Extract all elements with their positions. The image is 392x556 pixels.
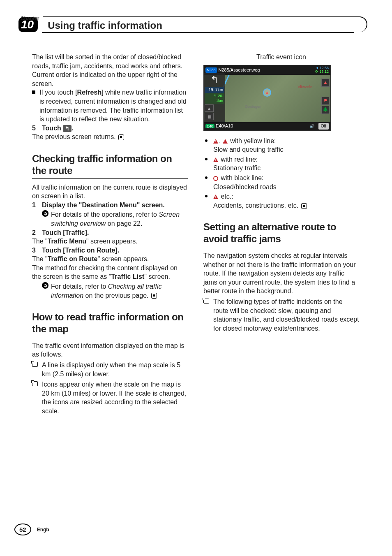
step-2: 2Touch [Traffic]. bbox=[32, 228, 188, 237]
legend-red: with red line: Stationary traffic bbox=[203, 155, 359, 173]
step-3-refer: ➲ For details, refer to Checking all tra… bbox=[42, 282, 188, 300]
chapter-title-wrap: Using traffic information bbox=[43, 16, 367, 32]
step-2-body: The "Traffic Menu" screen appears. bbox=[32, 237, 188, 246]
step-1: 1Display the "Destination Menu" screen. bbox=[32, 201, 188, 210]
bullet-icon bbox=[205, 139, 208, 142]
ss-compass-icon: ▲ bbox=[205, 104, 214, 112]
note-1: A line is displayed only when the map sc… bbox=[32, 361, 188, 378]
legend-yellow: , with yellow line: Slow and queuing tra… bbox=[203, 137, 359, 154]
ss-warning-icon: ▲ bbox=[321, 79, 330, 87]
end-section-icon bbox=[118, 134, 124, 140]
page-header: 10 Using traffic information bbox=[18, 16, 367, 32]
how-to-read-body: The traffic event information displayed … bbox=[32, 341, 188, 359]
back-icon: ↰ bbox=[63, 125, 71, 132]
ss-speaker-icon: 🔊 bbox=[309, 123, 317, 129]
legend-list: , with yellow line: Slow and queuing tra… bbox=[203, 137, 359, 210]
ss-dist-2: ↰ 20. 1km bbox=[205, 93, 224, 104]
ss-time1: ● 12:56 bbox=[316, 66, 329, 70]
note-2: Icons appear only when the scale on the … bbox=[32, 380, 188, 415]
circle-closed-icon bbox=[213, 176, 218, 181]
intro-p2: Current order is indicated on the upper … bbox=[32, 70, 188, 88]
triangle-warning-icon bbox=[213, 158, 218, 162]
right-column: Traffic event icon N285N285/Assesteenweg… bbox=[203, 53, 359, 416]
end-section-icon bbox=[301, 203, 307, 209]
triangle-warning-icon bbox=[213, 139, 218, 144]
triangle-warning-icon bbox=[223, 139, 228, 144]
screenshot-caption: Traffic event icon bbox=[203, 53, 359, 62]
language-code: Engb bbox=[37, 527, 49, 533]
bullet-icon bbox=[205, 195, 208, 197]
chapter-title: Using traffic information bbox=[48, 20, 162, 31]
step-1-refer: ➲ For details of the operations, refer t… bbox=[42, 210, 188, 228]
step-5: 5Touch ↰. bbox=[32, 124, 188, 133]
refresh-note: If you touch [Refresh] while new traffic… bbox=[39, 88, 188, 123]
heading-checking-traffic: Checking traffic information on the rout… bbox=[32, 153, 188, 179]
ss-time2: ⟳ 13:12 bbox=[315, 70, 329, 74]
ss-bottom-badge: E40 bbox=[205, 124, 214, 128]
step-3-body1: The "Traffic on Route" screen appears. bbox=[32, 255, 188, 264]
ss-bottom-road: E40/A10 bbox=[216, 123, 233, 128]
ss-dist-1: 19. 7km bbox=[205, 87, 224, 93]
intro-p1: The list will be sorted in the order of … bbox=[32, 53, 188, 70]
ss-off-button: Off bbox=[318, 123, 329, 130]
refer-arrow-icon: ➲ bbox=[42, 210, 48, 217]
legend-etc: etc.: Accidents, constructions, etc. bbox=[203, 192, 359, 210]
page-footer: 52 Engb bbox=[14, 524, 49, 535]
ss-place-2: Oordegem bbox=[245, 104, 263, 109]
note-icon bbox=[203, 299, 209, 303]
ss-road-badge: N285 bbox=[205, 67, 217, 72]
step-3: 3Touch [Traffic on Route]. bbox=[32, 246, 188, 255]
ss-position-icon: ▲ bbox=[263, 88, 271, 97]
refer-arrow-icon: ➲ bbox=[42, 282, 48, 289]
alt-route-note: The following types of traffic incidents… bbox=[203, 297, 359, 333]
step-3-body2: The method for checking the content disp… bbox=[32, 264, 188, 281]
left-column: The list will be sorted in the order of … bbox=[32, 53, 188, 416]
heading-how-to-read: How to read traffic information on the m… bbox=[32, 311, 188, 337]
legend-black: with black line: Closed/blocked roads bbox=[203, 174, 359, 191]
note-icon bbox=[32, 381, 38, 386]
triangle-warning-icon bbox=[213, 195, 218, 199]
bullet-square-icon bbox=[32, 90, 35, 94]
heading-alternative-route: Setting an alternative route to avoid tr… bbox=[203, 221, 359, 247]
checking-body: All traffic information on the current r… bbox=[32, 183, 188, 201]
ss-place-1: Vlierzele bbox=[297, 84, 312, 89]
end-section-icon bbox=[151, 293, 157, 299]
chapter-label: Chapter bbox=[21, 16, 39, 21]
map-screenshot: N285N285/Assesteenweg ● 12:56⟳ 13:12 ↰ 1… bbox=[203, 65, 331, 131]
page-number: 52 bbox=[14, 524, 31, 535]
bullet-icon bbox=[205, 158, 208, 160]
ss-turn-arrow-icon: ↰ bbox=[205, 74, 224, 87]
step-5-body: The previous screen returns. bbox=[32, 132, 188, 141]
bullet-icon bbox=[205, 176, 208, 179]
ss-menu-icon: ▦ bbox=[205, 113, 214, 120]
note-icon bbox=[32, 362, 38, 367]
alt-route-body: The navigation system checks at regular … bbox=[203, 251, 359, 296]
ss-tree-icon: 🌲 bbox=[321, 106, 330, 114]
ss-flag-icon: ⚑ bbox=[321, 97, 330, 105]
